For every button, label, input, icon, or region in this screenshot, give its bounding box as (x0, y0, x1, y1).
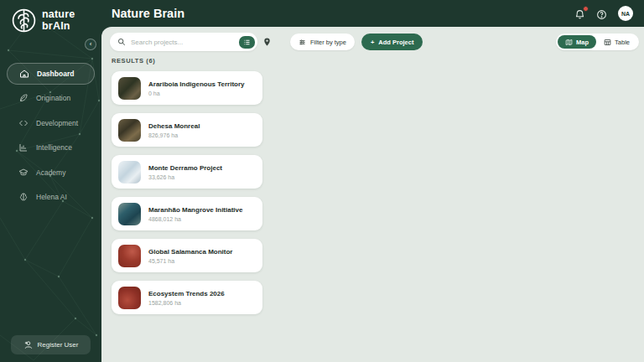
project-thumbnail (118, 77, 141, 100)
toolbar: Filter by type + Add Project Map Table (110, 32, 639, 52)
sidebar-collapse-button[interactable]: ‹ (85, 39, 96, 50)
sidebar-item-label: Intelligence (36, 143, 72, 152)
topbar: Nature Brain NA (101, 0, 644, 27)
add-project-label: Add Project (378, 39, 413, 46)
topbar-actions: NA (574, 6, 644, 21)
project-title: Maranhão Mangrove Initiative (148, 206, 242, 215)
leaf-icon (18, 93, 29, 103)
list-icon (243, 39, 251, 46)
project-card[interactable]: Dehesa Monreal 826,976 ha (112, 113, 262, 147)
help-button[interactable] (596, 8, 607, 19)
sidebar-nav: Dashboard Origination Development Intell… (0, 59, 101, 211)
project-thumbnail (118, 119, 141, 142)
table-icon (604, 39, 611, 46)
project-thumbnail (118, 287, 141, 309)
project-area: 826,976 ha (148, 132, 200, 138)
user-avatar[interactable]: NA (618, 6, 633, 21)
logo-text: nature brAIn (42, 9, 75, 31)
search-bar (110, 33, 257, 51)
filter-label: Filter by type (310, 39, 346, 46)
sidebar-item-label: Academy (36, 168, 65, 177)
app-logo[interactable]: nature brAIn (0, 0, 101, 34)
results-count: RESULTS (6) (112, 57, 271, 65)
notification-badge (583, 6, 589, 12)
toggle-table-label: Table (615, 39, 630, 46)
sidebar-item-dashboard[interactable]: Dashboard (7, 63, 95, 85)
toggle-map-label: Map (576, 39, 589, 46)
project-title: Monte Derramo Project (148, 164, 222, 173)
sidebar-item-label: Development (36, 119, 78, 127)
project-card[interactable]: Maranhão Mangrove Initiative 4868,012 ha (112, 197, 262, 230)
project-area: 1582,806 ha (148, 300, 225, 306)
sliders-icon (299, 39, 306, 46)
register-user-button[interactable]: Register User (11, 335, 91, 354)
location-pin-button[interactable] (262, 37, 272, 47)
sidebar-item-origination[interactable]: Origination (7, 87, 95, 109)
search-icon (117, 38, 126, 46)
results-panel: RESULTS (6) Arariboia Indigenous Territo… (112, 57, 271, 323)
sidebar-item-development[interactable]: Development (7, 112, 95, 134)
toggle-map[interactable]: Map (558, 35, 596, 49)
register-user-label: Register User (38, 341, 79, 349)
project-thumbnail (118, 161, 141, 184)
user-plus-icon (23, 340, 33, 349)
toggle-table[interactable]: Table (596, 35, 637, 49)
bar-chart-icon (18, 142, 29, 153)
home-icon (19, 69, 29, 79)
project-title: Dehesa Monreal (148, 122, 200, 131)
main-content: Filter by type + Add Project Map Table R… (101, 27, 644, 362)
filter-by-type-button[interactable]: Filter by type (290, 34, 355, 50)
project-area: 0 ha (148, 90, 245, 96)
project-title: Arariboia Indigenous Territory (148, 80, 245, 89)
project-title: Ecosystem Trends 2026 (148, 290, 225, 298)
add-project-button[interactable]: + Add Project (361, 34, 423, 50)
question-circle-icon (596, 9, 607, 20)
sidebar-item-academy[interactable]: Academy (7, 162, 95, 184)
sidebar-item-label: Origination (36, 94, 70, 102)
project-area: 45,571 ha (148, 258, 232, 264)
sidebar-item-label: Dashboard (37, 70, 74, 78)
sidebar: nature brAIn Dashboard Origination Devel… (0, 0, 101, 362)
map-icon (565, 39, 573, 46)
project-thumbnail (118, 245, 141, 267)
graduation-cap-icon (18, 168, 29, 178)
project-card[interactable]: Ecosystem Trends 2026 1582,806 ha (112, 281, 262, 314)
code-icon (18, 118, 29, 128)
search-input[interactable] (131, 39, 239, 46)
sidebar-item-intelligence[interactable]: Intelligence (7, 137, 95, 158)
project-title: Global Salamanca Monitor (148, 248, 232, 256)
project-card[interactable]: Arariboia Indigenous Territory 0 ha (112, 71, 262, 105)
chevron-left-icon: ‹ (90, 40, 92, 48)
sidebar-item-helena-ai[interactable]: Helena AI (7, 186, 95, 208)
plus-icon: + (371, 39, 374, 46)
project-area: 33,626 ha (148, 174, 222, 180)
notification-bell-button[interactable] (574, 8, 585, 19)
sidebar-item-label: Helena AI (36, 193, 67, 201)
brain-logo-icon (11, 8, 37, 34)
page-title: Nature Brain (112, 7, 184, 20)
list-view-button[interactable] (239, 36, 255, 49)
project-card[interactable]: Monte Derramo Project 33,626 ha (112, 155, 262, 189)
project-area: 4868,012 ha (148, 216, 242, 222)
map-table-toggle: Map Table (556, 34, 639, 50)
project-card[interactable]: Global Salamanca Monitor 45,571 ha (112, 239, 262, 272)
project-thumbnail (118, 203, 141, 225)
brain-icon (18, 192, 29, 202)
